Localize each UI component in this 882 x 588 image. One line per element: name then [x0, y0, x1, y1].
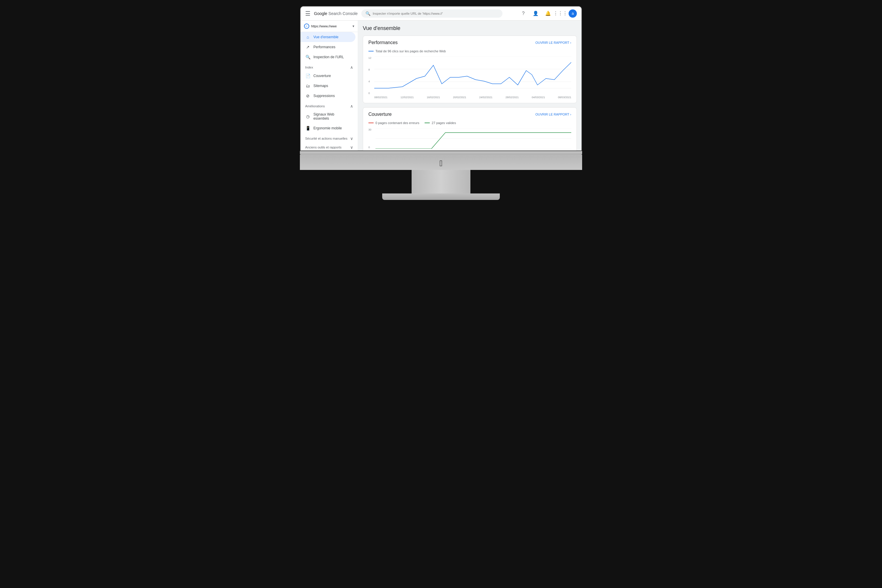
performances-open-report[interactable]: OUVRIR LE RAPPORT › [536, 41, 571, 44]
sidebar: C https://www.//wwe ▾ ⌂ Vue d'ensemble ↗… [300, 21, 358, 150]
couverture-legend: 0 pages contenant des erreurs 27 pages v… [363, 120, 576, 127]
topbar: ☰ Google Search Console 🔍 ? 👤 🔔 ⋮⋮⋮ a [300, 6, 582, 21]
sidebar-item-label: Sitemaps [314, 84, 328, 88]
x-label-5: 28/02/2021 [506, 96, 519, 99]
sidebar-item-web-vitals[interactable]: ◷ Signaux Web essentiels [300, 110, 356, 123]
performances-chart-svg [374, 57, 571, 94]
coverage-y-label-30: 30 [368, 128, 374, 131]
sidebar-item-coverage[interactable]: 📄 Couverture [300, 71, 356, 81]
monitor-stand-base [382, 194, 500, 200]
sidebar-item-label: Performances [314, 45, 336, 49]
y-label-0: 0 [368, 92, 373, 94]
couverture-card-header: Couverture OUVRIR LE RAPPORT › [363, 108, 576, 120]
monitor-stand-neck [412, 170, 470, 194]
x-label-7: 08/03/2021 [558, 96, 571, 99]
apple-logo:  [300, 156, 582, 170]
couverture-chart-svg [375, 128, 571, 149]
property-icon: C [304, 24, 309, 29]
sidebar-item-overview[interactable]: ⌂ Vue d'ensemble [300, 32, 356, 42]
property-selector[interactable]: C https://www.//wwe ▾ [300, 21, 358, 32]
inspection-icon: 🔍 [305, 55, 310, 59]
couverture-legend-dot-green [424, 123, 430, 123]
sidebar-item-label: Couverture [314, 74, 331, 78]
performances-card: Performances OUVRIR LE RAPPORT › Total d… [363, 36, 577, 103]
apps-icon[interactable]: ⋮⋮⋮ [556, 9, 564, 18]
ameliorations-section-toggle[interactable]: ∧ [350, 104, 353, 108]
sidebar-item-performances[interactable]: ↗ Performances [300, 42, 356, 52]
property-url: https://www.//wwe [311, 24, 351, 28]
couverture-card: Couverture OUVRIR LE RAPPORT › 0 pages c… [363, 107, 577, 150]
old-tools-section-header: Anciens outils et rapports ∨ [300, 142, 358, 150]
mobile-icon: 📱 [305, 126, 310, 130]
page-title: Vue d'ensemble [363, 25, 577, 32]
notifications-icon[interactable]: 🔔 [544, 9, 552, 18]
security-section-header: Sécurité et actions manuelles ∨ [300, 133, 358, 142]
monitor-stand-top [300, 151, 582, 154]
hamburger-menu[interactable]: ☰ [305, 10, 310, 17]
overview-icon: ⌂ [305, 35, 310, 39]
y-label-12: 12 [368, 57, 373, 59]
search-input[interactable] [373, 12, 498, 15]
sidebar-item-label: Vue d'ensemble [314, 35, 338, 39]
property-dropdown-arrow: ▾ [352, 24, 354, 28]
y-label-4: 4 [368, 80, 373, 83]
web-vitals-icon: ◷ [305, 114, 310, 119]
performances-legend-dot [368, 51, 374, 51]
sitemaps-icon: 🗂 [305, 84, 310, 88]
accounts-icon[interactable]: 👤 [531, 9, 540, 18]
user-avatar[interactable]: a [568, 9, 577, 18]
sidebar-item-removals[interactable]: ⊘ Suppressions [300, 91, 356, 101]
index-section-header: Index ∧ [300, 62, 358, 71]
y-label-8: 8 [368, 68, 373, 71]
sidebar-item-label: Signaux Web essentiels [314, 112, 351, 120]
topbar-actions: ? 👤 🔔 ⋮⋮⋮ a [519, 9, 577, 18]
x-label-1: 12/02/2021 [400, 96, 414, 99]
performances-chart: 0 4 8 12 [363, 55, 576, 103]
couverture-open-report[interactable]: OUVRIR LE RAPPORT › [536, 112, 571, 116]
index-section-toggle[interactable]: ∧ [350, 65, 353, 70]
x-label-2: 16/02/2021 [427, 96, 440, 99]
search-bar[interactable]: 🔍 [362, 9, 502, 18]
help-icon[interactable]: ? [519, 9, 527, 18]
search-icon: 🔍 [366, 11, 370, 16]
couverture-chart: 0 30 [363, 127, 576, 150]
performances-legend: Total de 96 clics sur les pages de reche… [363, 48, 576, 55]
sidebar-item-label: Inspection de l'URL [314, 55, 344, 59]
sidebar-item-label: Suppressions [314, 94, 335, 98]
couverture-card-title: Couverture [368, 112, 392, 117]
performances-card-title: Performances [368, 40, 398, 45]
old-tools-section-toggle[interactable]: ∨ [350, 145, 353, 150]
coverage-y-label-0: 0 [368, 146, 374, 149]
sidebar-item-label: Ergonomie mobile [314, 126, 342, 130]
x-label-3: 20/02/2021 [453, 96, 466, 99]
performances-icon: ↗ [305, 45, 310, 50]
sidebar-item-sitemaps[interactable]: 🗂 Sitemaps [300, 81, 356, 91]
security-section-toggle[interactable]: ∨ [350, 136, 353, 141]
sidebar-item-mobile[interactable]: 📱 Ergonomie mobile [300, 123, 356, 133]
coverage-icon: 📄 [305, 74, 310, 78]
x-label-6: 04/03/2021 [532, 96, 545, 99]
removals-icon: ⊘ [305, 93, 310, 98]
main-content: Vue d'ensemble Performances OUVRIR LE RA… [358, 21, 582, 150]
sidebar-item-url-inspection[interactable]: 🔍 Inspection de l'URL [300, 52, 356, 62]
couverture-legend-dot-red [368, 123, 374, 123]
x-label-0: 08/02/2021 [374, 96, 387, 99]
app-logo: Google Search Console [314, 11, 358, 16]
x-label-4: 24/02/2021 [479, 96, 492, 99]
performances-card-header: Performances OUVRIR LE RAPPORT › [363, 36, 576, 48]
ameliorations-section-header: Améliorations ∧ [300, 101, 358, 110]
